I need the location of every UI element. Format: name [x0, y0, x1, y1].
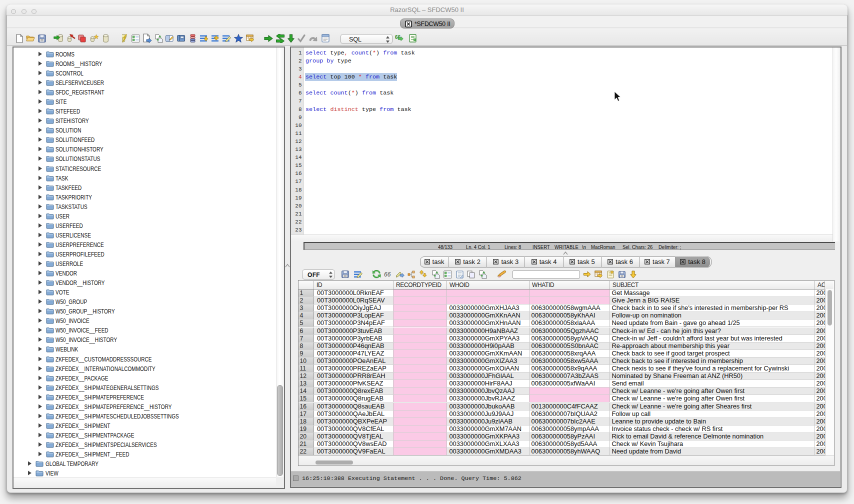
svg-text:66: 66: [384, 271, 391, 278]
